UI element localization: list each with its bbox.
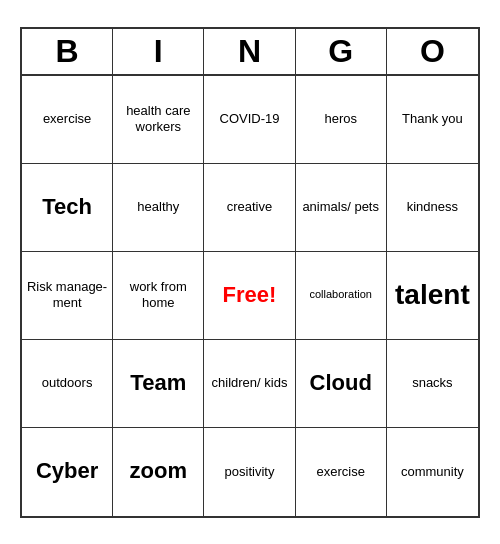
bingo-cell: Tech bbox=[22, 164, 113, 252]
bingo-cell: animals/ pets bbox=[296, 164, 387, 252]
bingo-header: BINGO bbox=[22, 29, 478, 76]
bingo-cell: kindness bbox=[387, 164, 478, 252]
header-letter: N bbox=[204, 29, 295, 74]
bingo-cell: outdoors bbox=[22, 340, 113, 428]
bingo-cell: Risk manage- ment bbox=[22, 252, 113, 340]
header-letter: O bbox=[387, 29, 478, 74]
bingo-cell: work from home bbox=[113, 252, 204, 340]
bingo-cell: healthy bbox=[113, 164, 204, 252]
bingo-cell: zoom bbox=[113, 428, 204, 516]
bingo-cell: exercise bbox=[296, 428, 387, 516]
header-letter: I bbox=[113, 29, 204, 74]
bingo-cell: children/ kids bbox=[204, 340, 295, 428]
bingo-cell: positivity bbox=[204, 428, 295, 516]
bingo-card: BINGO exercisehealth care workersCOVID-1… bbox=[20, 27, 480, 518]
bingo-cell: heros bbox=[296, 76, 387, 164]
bingo-cell: Cloud bbox=[296, 340, 387, 428]
bingo-cell: snacks bbox=[387, 340, 478, 428]
header-letter: B bbox=[22, 29, 113, 74]
bingo-cell: community bbox=[387, 428, 478, 516]
bingo-cell: collaboration bbox=[296, 252, 387, 340]
bingo-cell: talent bbox=[387, 252, 478, 340]
bingo-cell: creative bbox=[204, 164, 295, 252]
bingo-cell: Team bbox=[113, 340, 204, 428]
bingo-cell: health care workers bbox=[113, 76, 204, 164]
bingo-cell: Free! bbox=[204, 252, 295, 340]
bingo-cell: COVID-19 bbox=[204, 76, 295, 164]
bingo-cell: Thank you bbox=[387, 76, 478, 164]
bingo-grid: exercisehealth care workersCOVID-19heros… bbox=[22, 76, 478, 516]
bingo-cell: exercise bbox=[22, 76, 113, 164]
header-letter: G bbox=[296, 29, 387, 74]
bingo-cell: Cyber bbox=[22, 428, 113, 516]
